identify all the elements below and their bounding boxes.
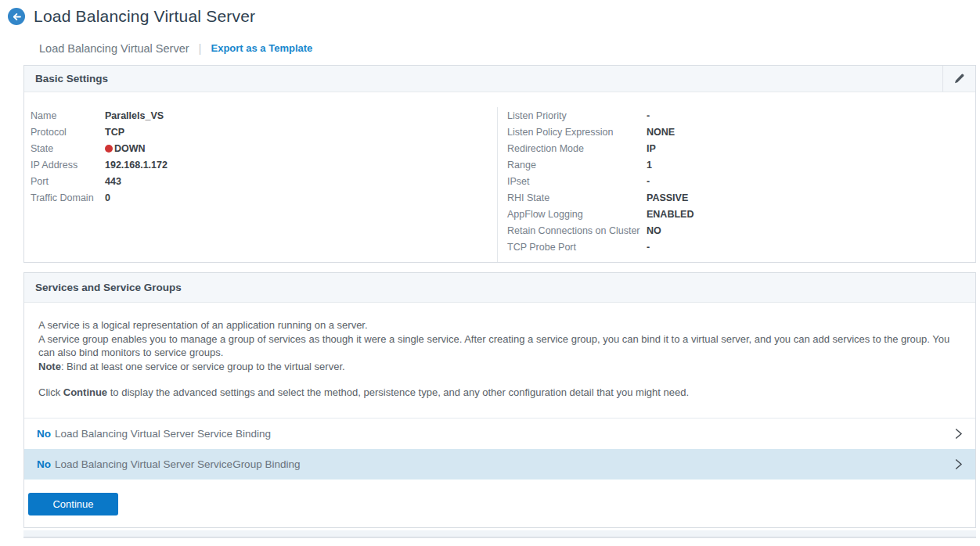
field-row-traffic-domain: Traffic Domain 0 xyxy=(31,189,497,206)
field-label: Retain Connections on Cluster xyxy=(507,225,647,236)
field-value: 443 xyxy=(105,176,121,187)
field-row-redirection-mode: Redirection Mode IP xyxy=(507,140,975,156)
chevron-right-icon xyxy=(954,428,963,440)
note-bold: Note xyxy=(38,361,61,372)
field-row-appflow-logging: AppFlow Logging ENABLED xyxy=(507,206,975,222)
binding-count: No xyxy=(37,428,51,440)
field-row-listen-priority: Listen Priority - xyxy=(507,107,975,124)
subnav-tab-label: Load Balancing Virtual Server xyxy=(39,42,189,55)
basic-settings-right-column: Listen Priority - Listen Policy Expressi… xyxy=(497,107,975,262)
field-label: TCP Probe Port xyxy=(507,242,647,253)
field-label: Port xyxy=(31,176,105,187)
arrow-left-icon xyxy=(12,12,22,22)
binding-count: No xyxy=(37,458,51,470)
field-label: Traffic Domain xyxy=(31,192,105,203)
basic-settings-panel: Basic Settings Name Parallels_VS Protoco… xyxy=(23,65,976,263)
services-description: A service is a logical representation of… xyxy=(24,303,975,400)
field-row-range: Range 1 xyxy=(507,156,975,173)
hint-bold: Continue xyxy=(63,386,107,398)
page-title: Load Balancing Virtual Server xyxy=(34,7,255,26)
field-value: Parallels_VS xyxy=(105,110,164,121)
field-row-tcp-probe-port: TCP Probe Port - xyxy=(507,239,975,255)
field-value: 0 xyxy=(105,192,110,203)
field-label: State xyxy=(31,143,105,154)
field-value: ENABLED xyxy=(647,209,694,220)
field-value: PASSIVE xyxy=(647,192,688,203)
button-area: Continue xyxy=(24,480,975,527)
field-row-ipset: IPset - xyxy=(507,173,975,189)
app-header: Load Balancing Virtual Server xyxy=(0,0,980,26)
field-value: - xyxy=(647,176,650,187)
description-line-2: A service group enables you to manage a … xyxy=(38,332,961,360)
field-label: Protocol xyxy=(31,127,105,138)
continue-hint: Click Continue to display the advanced s… xyxy=(38,386,961,400)
basic-settings-left-column: Name Parallels_VS Protocol TCP State DOW… xyxy=(24,107,497,262)
field-row-protocol: Protocol TCP xyxy=(31,124,497,140)
hint-rest: to display the advanced settings and sel… xyxy=(107,386,689,398)
state-text: DOWN xyxy=(114,143,146,154)
field-value: TCP xyxy=(105,127,124,138)
field-label: Range xyxy=(507,160,647,171)
field-row-retain-connections: Retain Connections on Cluster NO xyxy=(507,222,975,239)
basic-settings-header: Basic Settings xyxy=(24,66,975,92)
chevron-right-icon xyxy=(954,458,963,470)
services-panel: Services and Service Groups A service is… xyxy=(23,272,976,528)
field-label: IPset xyxy=(507,176,647,187)
field-value: 1 xyxy=(647,160,652,171)
service-binding-row[interactable]: No Load Balancing Virtual Server Service… xyxy=(24,418,975,449)
field-value: NO xyxy=(647,225,661,236)
note-rest: : Bind at least one service or service g… xyxy=(61,361,345,372)
field-value: - xyxy=(647,242,650,253)
description-line-1: A service is a logical representation of… xyxy=(38,318,961,332)
field-value: 192.168.1.172 xyxy=(105,160,168,171)
binding-rows: No Load Balancing Virtual Server Service… xyxy=(24,418,975,480)
field-row-state: State DOWN xyxy=(31,140,497,156)
back-button[interactable] xyxy=(8,8,25,25)
basic-settings-title: Basic Settings xyxy=(24,73,108,84)
field-label: IP Address xyxy=(31,160,105,171)
field-value: IP xyxy=(647,143,656,154)
field-value: DOWN xyxy=(105,143,146,154)
subnav: Load Balancing Virtual Server | Export a… xyxy=(39,41,980,55)
edit-button[interactable] xyxy=(942,66,975,92)
field-label: Redirection Mode xyxy=(507,143,647,154)
field-value: - xyxy=(647,110,650,121)
hint-prefix: Click xyxy=(38,386,63,398)
status-down-dot xyxy=(105,145,113,153)
export-template-link[interactable]: Export as a Template xyxy=(211,42,312,54)
field-label: RHI State xyxy=(507,192,647,203)
services-title: Services and Service Groups xyxy=(24,282,182,293)
field-row-ip-address: IP Address 192.168.1.172 xyxy=(31,156,497,173)
field-row-port: Port 443 xyxy=(31,173,497,189)
description-note: Note: Bind at least one service or servi… xyxy=(38,360,961,374)
field-row-rhi-state: RHI State PASSIVE xyxy=(507,189,975,206)
field-value: NONE xyxy=(647,127,675,138)
binding-label: Load Balancing Virtual Server Service Bi… xyxy=(55,428,271,440)
footer-strip xyxy=(23,530,976,538)
basic-settings-body: Name Parallels_VS Protocol TCP State DOW… xyxy=(24,92,975,262)
field-label: Listen Policy Expression xyxy=(507,127,647,138)
pencil-icon xyxy=(953,73,965,84)
field-label: AppFlow Logging xyxy=(507,209,647,220)
subnav-divider: | xyxy=(199,41,202,55)
binding-label: Load Balancing Virtual Server ServiceGro… xyxy=(55,458,300,470)
services-header: Services and Service Groups xyxy=(24,273,975,303)
servicegroup-binding-row[interactable]: No Load Balancing Virtual Server Service… xyxy=(24,449,975,480)
field-row-name: Name Parallels_VS xyxy=(31,107,497,124)
field-label: Listen Priority xyxy=(507,110,647,121)
field-label: Name xyxy=(31,110,105,121)
field-row-listen-policy-expression: Listen Policy Expression NONE xyxy=(507,124,975,140)
continue-button[interactable]: Continue xyxy=(28,493,118,515)
